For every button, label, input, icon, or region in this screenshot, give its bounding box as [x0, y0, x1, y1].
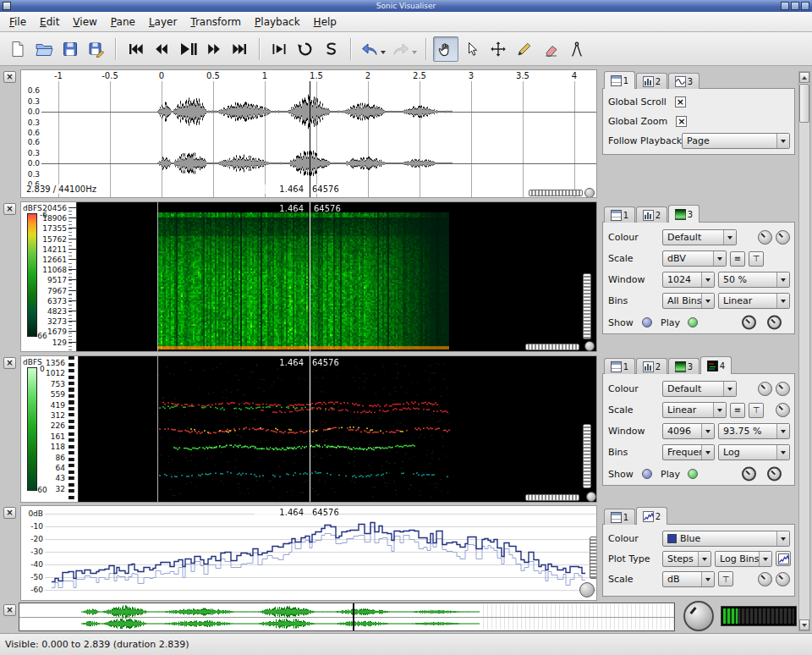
peak-frequency-pane[interactable]: dBFS 0 -60 1.464 64576 13561012753559419…	[20, 355, 597, 503]
bins-secondary-select[interactable]: Log	[718, 444, 790, 460]
pan-dial[interactable]	[776, 572, 790, 586]
open-session-button[interactable]	[31, 36, 57, 62]
normalize-visible-button[interactable]: ⊤	[749, 251, 764, 267]
follow-playback-select[interactable]: Page	[682, 133, 790, 149]
tool-select-button[interactable]	[459, 36, 485, 62]
playback-pan-dial[interactable]	[767, 466, 782, 481]
tool-edit-button[interactable]	[486, 36, 511, 62]
layer-tab-1[interactable]: 1	[604, 509, 635, 525]
rotate-left-dial[interactable]	[758, 230, 772, 245]
spectrum-display[interactable]	[45, 506, 597, 600]
layer-tab-1[interactable]: 1	[604, 358, 635, 374]
maximize-button[interactable]	[791, 2, 799, 10]
window-select[interactable]: 4096	[662, 423, 715, 439]
horizontal-zoom-wheel[interactable]	[529, 190, 583, 196]
layer-tab-1[interactable]: 1	[604, 206, 635, 223]
layer-tab-3[interactable]: 3	[668, 358, 700, 374]
layer-tab-1[interactable]: 1	[604, 71, 635, 89]
show-toggle[interactable]	[642, 317, 652, 328]
playback-gain-dial[interactable]	[742, 466, 756, 481]
vertical-zoom-wheel[interactable]	[590, 537, 597, 579]
export-session-button[interactable]	[84, 36, 109, 62]
plot-type-select[interactable]: Steps	[662, 551, 711, 567]
tool-measure-button[interactable]	[564, 36, 590, 62]
layer-tab-2[interactable]: 2	[636, 73, 667, 89]
play-pause-button[interactable]	[175, 36, 200, 62]
bins-select[interactable]: All Bins	[662, 293, 715, 309]
scrollbar-thumb[interactable]	[799, 84, 809, 123]
peak-frequency-display[interactable]: 1.464 64576	[79, 356, 597, 502]
scale-select[interactable]: Linear	[662, 402, 727, 418]
normalize-button[interactable]: ⊤	[718, 571, 733, 586]
spectrogram-pane[interactable]: dBFS -6 -66 1.464 64576 2045618906173551…	[20, 201, 597, 352]
scroll-down-button[interactable]	[799, 619, 809, 630]
layer-tab-2[interactable]: 2	[636, 358, 667, 374]
fast-forward-to-end-button[interactable]	[228, 36, 253, 62]
layer-tab-2[interactable]: 2	[636, 206, 667, 223]
rewind-button[interactable]	[149, 36, 174, 62]
layer-tab-2[interactable]: 2	[636, 507, 667, 525]
gain-dial[interactable]	[776, 403, 790, 417]
vertical-zoom-wheel[interactable]	[583, 273, 591, 339]
peak-frequency-image[interactable]	[79, 356, 597, 502]
normalize-columns-button[interactable]: ≡	[730, 403, 745, 418]
spectrum-pane[interactable]: 1.464 64576 0dB-10-20-30-40-50-60	[20, 505, 597, 601]
menu-view[interactable]: View	[66, 14, 103, 30]
vertical-zoom-wheel[interactable]	[583, 424, 591, 488]
sidebar-scrollbar[interactable]	[798, 71, 810, 631]
bin-display-button[interactable]	[776, 551, 791, 566]
pane3-close-button[interactable]: ×	[3, 357, 16, 369]
menu-edit[interactable]: Edit	[33, 14, 66, 30]
overview-pane[interactable]	[19, 603, 675, 631]
spectrogram-image[interactable]	[157, 212, 449, 350]
rotate-right-dial[interactable]	[776, 230, 790, 245]
menu-playback[interactable]: Playback	[248, 14, 307, 30]
redo-button[interactable]	[389, 36, 420, 62]
menu-help[interactable]: Help	[307, 14, 343, 30]
new-session-button[interactable]	[5, 36, 30, 62]
bins-secondary-select[interactable]: Linear	[718, 293, 790, 309]
tool-draw-button[interactable]	[512, 36, 537, 62]
rotate-left-dial[interactable]	[758, 382, 772, 396]
window-secondary-select[interactable]: 50 %	[718, 272, 790, 288]
playback-gain-dial[interactable]	[742, 315, 756, 329]
normalize-visible-button[interactable]: ⊤	[749, 403, 764, 418]
colour-select[interactable]: Default	[662, 381, 737, 397]
tool-navigate-button[interactable]	[433, 36, 458, 62]
waveform-pane[interactable]: 2.839 / 44100Hz 1.464 64576 -1-0.500.511…	[20, 69, 597, 198]
menu-layer[interactable]: Layer	[142, 14, 184, 30]
fast-forward-button[interactable]	[201, 36, 227, 62]
horizontal-zoom-wheel[interactable]	[525, 344, 579, 350]
overview-close-button[interactable]: ×	[3, 604, 16, 616]
close-button[interactable]	[801, 2, 809, 10]
colour-select[interactable]: Blue	[662, 531, 790, 547]
solo-current-pane-button[interactable]	[319, 36, 344, 62]
menu-pane[interactable]: Pane	[104, 14, 142, 30]
colour-select[interactable]: Default	[662, 229, 737, 245]
spectrogram-display[interactable]: 1.464 64576	[77, 202, 597, 351]
save-session-button[interactable]	[58, 36, 83, 62]
loop-playback-button[interactable]	[293, 36, 318, 62]
layer-tab-3[interactable]: 3	[668, 73, 700, 89]
bins-select[interactable]: Frequencies	[662, 444, 715, 460]
playback-speed-dial[interactable]	[683, 601, 714, 631]
undo-button[interactable]	[358, 36, 388, 62]
window-select[interactable]: 1024	[662, 272, 715, 288]
scale-select[interactable]: dB	[662, 571, 715, 587]
tool-erase-button[interactable]	[538, 36, 563, 62]
titlebar[interactable]: Sonic Visualiser	[0, 0, 812, 12]
redo-dropdown-caret[interactable]	[412, 51, 417, 57]
global-scroll-checkbox[interactable]: ×	[675, 96, 686, 107]
plot-type-secondary-select[interactable]: Log Bins	[715, 551, 772, 567]
zoom-reset-knob[interactable]	[584, 188, 595, 198]
layer-tab-4[interactable]: 4	[700, 356, 732, 374]
scale-select[interactable]: dBV	[662, 250, 727, 267]
global-zoom-checkbox[interactable]: ×	[676, 116, 687, 127]
vertical-zoom-dial[interactable]	[579, 582, 595, 597]
pane1-close-button[interactable]: ×	[3, 71, 16, 83]
rotate-right-dial[interactable]	[776, 382, 790, 396]
horizontal-zoom-wheel[interactable]	[525, 494, 579, 501]
minimize-button[interactable]	[781, 2, 789, 10]
zoom-reset-knob[interactable]	[584, 341, 595, 351]
undo-dropdown-caret[interactable]	[381, 51, 386, 57]
